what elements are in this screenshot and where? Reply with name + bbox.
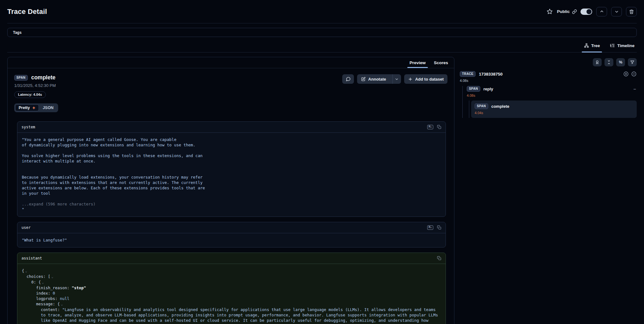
span-meta: SPAN complete 1/31/2025, 4:52:30 PM Late… <box>14 74 56 98</box>
tab-scores[interactable]: Scores <box>430 58 452 68</box>
scores-toggle-button[interactable] <box>593 58 602 66</box>
json-line: choices: [⌄ <box>22 274 441 279</box>
zoom-in-icon[interactable] <box>623 71 629 77</box>
span-duration: 4.04s <box>475 111 633 115</box>
view-tabs: Tree Timeline <box>7 37 637 52</box>
observation-panel: Preview Scores SPAN complete 1/31/2025, … <box>7 57 454 324</box>
json-key: content: <box>41 307 62 312</box>
content-row: Preview Scores SPAN complete 1/31/2025, … <box>7 57 637 324</box>
span-type-badge: SPAN <box>14 75 28 81</box>
message-system-body: "You are a general purpose AI agent call… <box>17 133 446 217</box>
prev-trace-button[interactable] <box>596 7 607 16</box>
tab-preview[interactable]: Preview <box>406 58 429 68</box>
json-value: "Langfuse is an observability and analyt… <box>41 307 440 324</box>
messages-list: system M↓ "You are a general purpose AI … <box>8 112 454 324</box>
span-type-badge: SPAN <box>475 103 488 109</box>
public-toggle[interactable] <box>580 9 592 15</box>
app-header: Trace Detail Public <box>7 0 637 23</box>
public-label: Public <box>557 9 570 14</box>
annotate-label: Annotate <box>368 77 386 82</box>
message-system-header: system M↓ <box>17 122 446 133</box>
format-json[interactable]: JSON <box>39 104 57 111</box>
copy-icon[interactable] <box>437 256 441 260</box>
metrics-toggle-button[interactable]: % <box>616 58 625 66</box>
message-system: system M↓ "You are a general purpose AI … <box>17 121 446 217</box>
sparkles-icon: ✦ <box>32 106 35 110</box>
json-line: message: {⌄ <box>22 301 441 307</box>
collapse-caret-icon[interactable]: ⌄ <box>61 302 63 306</box>
user-text: "What is Langfuse?" <box>22 237 441 243</box>
json-line: 0: {⌄ <box>22 279 441 285</box>
message-assistant-header: assistant <box>17 253 446 264</box>
tags-box[interactable]: Tags <box>7 28 637 37</box>
add-to-dataset-button[interactable]: Add to dataset <box>404 74 447 84</box>
message-header-icons: M↓ <box>427 225 441 230</box>
copy-icon[interactable] <box>437 125 441 129</box>
annotate-dropdown[interactable] <box>392 74 401 84</box>
comment-button[interactable] <box>342 74 354 84</box>
trash-icon <box>629 9 634 14</box>
json-text: 0: { <box>31 280 41 284</box>
collapse-caret-icon[interactable]: ⌄ <box>25 269 27 273</box>
trace-tree-sidebar: % TRACE 1738338750 4.08s SPAN reply <box>460 57 637 324</box>
trace-type-badge: TRACE <box>460 71 476 77</box>
span-timestamp: 1/31/2025, 4:52:30 PM <box>14 83 56 88</box>
annotate-main[interactable]: Annotate <box>357 74 390 84</box>
json-line: content: "Langfuse is an observability a… <box>22 307 441 324</box>
comment-icon <box>346 76 351 82</box>
award-icon <box>595 60 599 64</box>
message-user: user M↓ "What is Langfuse?" <box>17 222 446 248</box>
collapse-caret-icon[interactable]: ⌄ <box>51 275 53 279</box>
collapse-caret-icon[interactable]: ⌄ <box>42 280 44 284</box>
trace-id: 1738338750 <box>479 72 502 76</box>
chevron-down-icon <box>395 77 399 81</box>
span-node-name: reply <box>483 87 493 91</box>
delete-trace-button[interactable] <box>626 7 637 16</box>
collapse-all-button[interactable] <box>605 58 613 66</box>
next-trace-button[interactable] <box>611 7 622 16</box>
message-user-header: user M↓ <box>17 222 446 233</box>
star-icon[interactable] <box>547 9 553 15</box>
span-tree-children: SPAN complete 4.04s <box>469 101 637 118</box>
tree-zoom-controls <box>623 71 637 77</box>
message-user-body: "What is Langfuse?" <box>17 233 446 247</box>
json-key: finish_reason: <box>36 285 72 290</box>
span-duration: 4.08s <box>467 94 637 97</box>
message-assistant-body: {⌄ choices: [⌄ 0: {⌄ finish_reason: "sto… <box>17 264 446 324</box>
tab-timeline[interactable]: Timeline <box>608 41 637 52</box>
latency-badge: Latency: 4.04s <box>14 91 46 98</box>
format-pretty[interactable]: Pretty ✦ <box>15 104 39 111</box>
json-value: 0 <box>53 291 55 296</box>
role-label: assistant <box>21 256 42 260</box>
span-name: complete <box>31 74 56 81</box>
role-label: system <box>21 125 35 129</box>
span-tree: SPAN reply − 4.08s SPAN complete 4.04s <box>462 86 637 118</box>
copy-icon[interactable] <box>437 225 441 230</box>
toggle-knob <box>586 9 592 14</box>
json-key: logprobs: <box>36 296 60 301</box>
span-node-complete-selected[interactable]: SPAN complete 4.04s <box>471 101 637 118</box>
fold-vertical-icon <box>607 60 611 64</box>
markdown-icon[interactable]: M↓ <box>427 225 433 230</box>
tab-tree[interactable]: Tree <box>582 41 602 52</box>
expand-link[interactable]: ...expand (596 more characters) <box>22 201 441 207</box>
span-actions: Annotate Add to dataset <box>342 74 447 84</box>
filter-button[interactable] <box>628 58 637 66</box>
trace-node[interactable]: TRACE 1738338750 <box>460 71 637 77</box>
message-header-icons <box>437 256 441 260</box>
link-icon <box>572 9 577 14</box>
message-assistant: assistant {⌄ choices: [⌄ 0: {⌄ finish_re… <box>17 253 446 324</box>
markdown-icon[interactable]: M↓ <box>427 125 433 129</box>
plus-icon <box>408 77 413 82</box>
json-key: index: <box>36 291 53 296</box>
json-line: index: 0 <box>22 290 441 296</box>
collapse-node-icon[interactable]: − <box>633 86 637 92</box>
annotate-button[interactable]: Annotate <box>357 74 401 84</box>
header-divider <box>7 23 637 23</box>
format-toggle: Pretty ✦ JSON <box>14 103 58 112</box>
json-line: finish_reason: "stop" <box>22 285 441 290</box>
trace-duration: 4.08s <box>460 79 637 83</box>
span-node-reply[interactable]: SPAN reply − <box>467 86 637 92</box>
panel-header: SPAN complete 1/31/2025, 4:52:30 PM Late… <box>8 68 454 98</box>
zoom-out-icon[interactable] <box>631 71 637 77</box>
